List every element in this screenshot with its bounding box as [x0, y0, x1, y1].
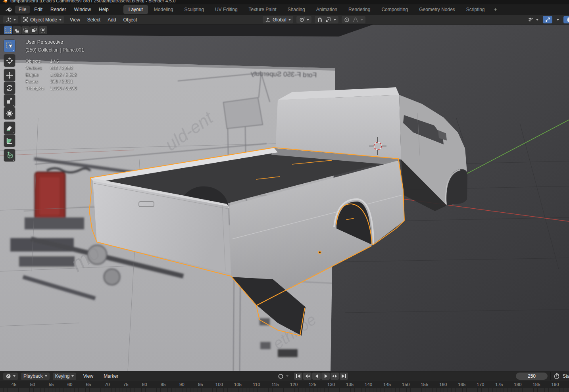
menu-help[interactable]: Help	[95, 6, 112, 13]
orientation-label: Global	[273, 17, 286, 23]
stat-vertices: Vertices612 / 2,982	[25, 65, 84, 71]
tab-texture-paint[interactable]: Texture Paint	[244, 5, 282, 14]
stopwatch-icon	[554, 373, 560, 379]
tool-transform[interactable]	[4, 107, 15, 119]
tab-shading[interactable]: Shading	[283, 5, 310, 14]
blender-menu-icon[interactable]	[5, 7, 12, 12]
prev-keyframe-button[interactable]	[303, 373, 311, 380]
tool-scale[interactable]	[4, 94, 15, 107]
tool-cursor[interactable]	[4, 54, 15, 67]
timeline-header: PlaybackKeyingViewMarker	[0, 371, 569, 381]
editor-type-selector[interactable]	[3, 16, 18, 23]
menu-edit[interactable]: Edit	[31, 6, 46, 13]
snap-controls[interactable]	[315, 16, 338, 23]
tab-rendering[interactable]: Rendering	[343, 5, 375, 14]
play-button[interactable]	[321, 373, 330, 380]
timeline-menu-playback[interactable]: Playback	[21, 373, 50, 380]
tab-scripting[interactable]: Scripting	[461, 5, 490, 14]
transform-orientation-selector[interactable]: Global	[263, 16, 293, 23]
current-frame-field[interactable]: 250	[516, 373, 548, 380]
viewport-header: Object Mode ViewSelectAddObject Global	[0, 15, 569, 25]
proportional-editing-controls[interactable]	[342, 16, 365, 23]
ruler-frame-70: 70	[105, 382, 110, 387]
select-mode-invert[interactable]	[30, 26, 38, 34]
ruler-frame-130: 130	[327, 382, 335, 387]
ruler-frame-125: 125	[309, 382, 316, 387]
jump-to-end-button[interactable]	[340, 373, 348, 380]
ruler-frame-numbers: 4550556065707580859095100105110115120125…	[0, 381, 569, 388]
visibility-gizmos-selector[interactable]	[525, 16, 541, 23]
pivot-icon	[299, 17, 305, 23]
select-mode-intersect[interactable]	[39, 26, 47, 34]
workspace-tabs: LayoutModelingSculptingUV EditingTexture…	[123, 5, 500, 14]
gizmo-dropdown[interactable]	[554, 16, 561, 23]
tab-compositing[interactable]: Compositing	[376, 5, 413, 14]
viewport-editor-icon	[6, 17, 12, 23]
blender-logo-icon	[2, 0, 8, 3]
stat-faces: Faces398 / 2,521	[25, 78, 84, 85]
3d-viewport[interactable]: Ford F-350 Superduty	[0, 25, 569, 371]
select-mode-buttons	[4, 26, 47, 34]
top-dark-band	[0, 25, 373, 37]
select-mode-subtract[interactable]	[21, 26, 30, 34]
viewport-menu-add[interactable]: Add	[104, 17, 119, 23]
show-gizmo-toggle[interactable]	[543, 16, 552, 23]
start-frame-label[interactable]: Sta	[563, 373, 569, 379]
timeline-menu-view[interactable]: View	[79, 373, 97, 379]
object-origin-point	[319, 251, 321, 254]
tool-measure[interactable]	[4, 135, 15, 147]
tab-modeling[interactable]: Modeling	[149, 5, 179, 14]
ruler-frame-140: 140	[365, 382, 372, 387]
tool-move[interactable]	[4, 69, 15, 81]
ruler-frame-175: 175	[495, 382, 503, 387]
timeline-ruler[interactable]: 4550556065707580859095100105110115120125…	[0, 381, 569, 392]
select-mode-extend[interactable]	[13, 26, 21, 34]
rotate-icon	[6, 85, 13, 92]
tool-rotate[interactable]	[4, 82, 15, 94]
tab-geometry-nodes[interactable]: Geometry Nodes	[414, 5, 460, 14]
timeline-menu-keying[interactable]: Keying	[53, 373, 77, 380]
title-bar: tampatraseira [D:\3d's Caminhões\Ford F2…	[0, 0, 569, 4]
viewport-menu-object[interactable]: Object	[120, 17, 141, 23]
menu-window[interactable]: Window	[70, 6, 94, 13]
timeline-editor-selector[interactable]	[3, 373, 18, 380]
ruler-frame-155: 155	[421, 382, 428, 387]
tab-layout[interactable]: Layout	[123, 5, 148, 14]
jump-to-start-button[interactable]	[294, 373, 302, 380]
viewport-scene[interactable]: Ford F-350 Superduty	[0, 25, 569, 371]
viewport-overlay-info: User Perspective (250) Collection | Plan…	[25, 39, 84, 92]
ruler-frame-120: 120	[290, 382, 298, 387]
mode-label: Object Mode	[30, 17, 57, 23]
ruler-frame-65: 65	[86, 382, 91, 387]
scale-icon	[6, 97, 13, 104]
auto-keying-control[interactable]	[275, 373, 291, 380]
tool-annotate[interactable]	[4, 122, 15, 134]
main-menus: FileEditRenderWindowHelp	[15, 6, 112, 13]
gizmo-arrow-icon	[545, 17, 551, 23]
proportional-editing-icon	[344, 17, 350, 23]
add-workspace-button[interactable]: +	[491, 6, 500, 13]
viewport-menu-view[interactable]: View	[66, 17, 84, 23]
play-reverse-button[interactable]	[312, 373, 321, 380]
select-mode-set[interactable]	[4, 26, 12, 34]
ruler-frame-190: 190	[551, 382, 559, 387]
tab-sculpting[interactable]: Sculpting	[179, 5, 209, 14]
tab-uv-editing[interactable]: UV Editing	[210, 5, 243, 14]
show-overlays-toggle[interactable]	[563, 16, 569, 23]
overlays-sphere-icon	[565, 17, 569, 23]
menu-render[interactable]: Render	[47, 6, 69, 13]
ruler-frame-75: 75	[123, 382, 129, 387]
object-mode-icon	[23, 17, 28, 22]
tool-add-cube[interactable]	[4, 149, 15, 161]
pivot-point-selector[interactable]	[296, 16, 311, 23]
mode-selector[interactable]: Object Mode	[21, 16, 64, 23]
tool-select-box[interactable]	[4, 40, 15, 52]
menu-file[interactable]: File	[15, 6, 30, 13]
auto-key-record-icon	[278, 373, 284, 379]
viewport-menu-select[interactable]: Select	[84, 17, 104, 23]
tab-animation[interactable]: Animation	[311, 5, 342, 14]
next-keyframe-button[interactable]	[331, 373, 339, 380]
timeline-menu-marker[interactable]: Marker	[100, 373, 122, 379]
playback-controls	[275, 373, 348, 380]
ruler-frame-150: 150	[402, 382, 409, 387]
